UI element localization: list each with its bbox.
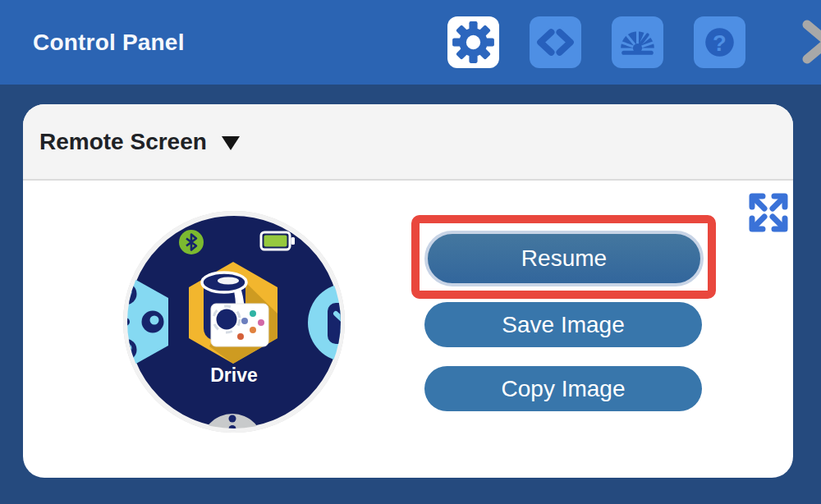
app-label: Drive bbox=[210, 364, 258, 386]
page-title: Control Panel bbox=[33, 0, 185, 85]
settings-button[interactable] bbox=[447, 16, 499, 68]
expand-button[interactable] bbox=[745, 190, 791, 236]
help-icon: ? bbox=[694, 16, 745, 68]
dashboard-button[interactable] bbox=[612, 16, 663, 68]
expand-arrows-icon bbox=[745, 190, 791, 236]
resume-button[interactable]: Resume bbox=[424, 231, 704, 286]
control-panel-page: Control Panel bbox=[0, 0, 821, 504]
remote-screen-display[interactable]: Drive bbox=[119, 207, 349, 437]
code-icon bbox=[530, 16, 581, 68]
help-button[interactable]: ? bbox=[694, 16, 745, 68]
dashboard-gauge-icon bbox=[612, 16, 663, 68]
code-button[interactable] bbox=[530, 16, 581, 68]
svg-text:?: ? bbox=[713, 30, 727, 56]
header-toolbar: ? bbox=[447, 16, 821, 68]
save-image-button[interactable]: Save Image bbox=[424, 302, 702, 347]
next-panel-button[interactable] bbox=[800, 16, 821, 68]
next-chevron-icon bbox=[800, 16, 821, 68]
copy-image-button[interactable]: Copy Image bbox=[424, 366, 702, 411]
bluetooth-icon bbox=[179, 230, 204, 254]
panel-title: Remote Screen bbox=[39, 129, 207, 155]
panel-header[interactable]: Remote Screen bbox=[23, 104, 793, 181]
top-header: Control Panel bbox=[0, 0, 821, 85]
dropdown-caret-icon[interactable] bbox=[222, 136, 240, 150]
settings-gear-icon bbox=[447, 16, 499, 68]
